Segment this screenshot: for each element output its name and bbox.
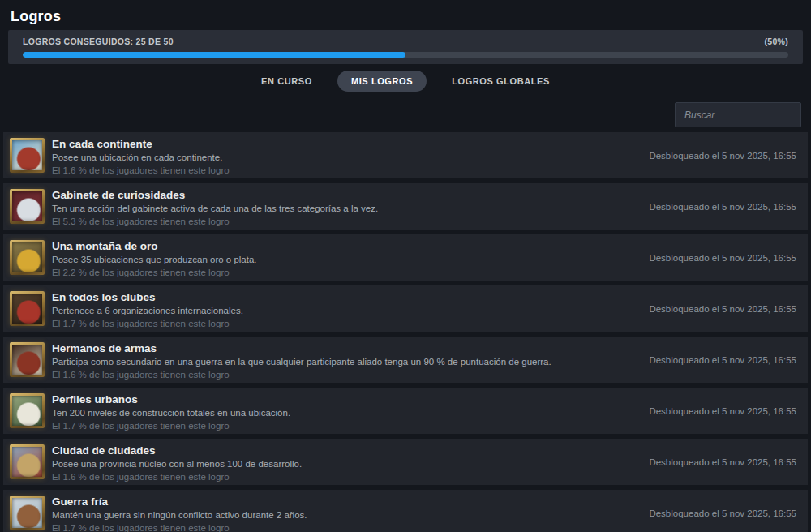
- achievement-description: Posee una ubicación en cada continente.: [52, 152, 621, 163]
- achievement-description: Ten 200 niveles de construcción totales …: [52, 408, 621, 418]
- achievement-rarity: El 1.7 % de los jugadores tienen este lo…: [52, 523, 621, 532]
- achievement-unlock-date: Desbloqueado el 5 nov 2025, 16:55: [649, 355, 796, 365]
- achievements-list: En cada continente Posee una ubicación e…: [3, 132, 808, 532]
- achievement-icon: [10, 291, 45, 326]
- achievement-row[interactable]: Gabinete de curiosidades Ten una acción …: [3, 183, 808, 230]
- achievement-row[interactable]: En todos los clubes Pertenece a 6 organi…: [3, 285, 808, 332]
- achievement-icon: [10, 393, 45, 428]
- explorer-ship-icon: [12, 140, 42, 170]
- tab-en-curso[interactable]: EN CURSO: [247, 71, 326, 92]
- city-scene-icon: [12, 447, 42, 477]
- achievement-icon: [10, 342, 45, 377]
- achievement-rarity: El 2.2 % de los jugadores tienen este lo…: [52, 268, 621, 278]
- winter-bird-icon: [12, 498, 42, 528]
- achievement-row[interactable]: Guerra fría Mantén una guerra sin ningún…: [3, 490, 808, 532]
- achievement-description: Pertenece a 6 organizaciones internacion…: [52, 306, 621, 316]
- achievement-title: Gabinete de curiosidades: [52, 189, 621, 202]
- achievement-description: Mantén una guerra sin ningún conflicto a…: [52, 510, 621, 521]
- achievement-icon: [10, 240, 45, 275]
- achievement-unlock-date: Desbloqueado el 5 nov 2025, 16:55: [649, 253, 796, 263]
- achievement-title: Guerra fría: [52, 496, 621, 508]
- achievement-rarity: El 1.6 % de los jugadores tienen este lo…: [52, 165, 621, 176]
- achievements-progress-panel: LOGROS CONSEGUIDOS: 25 DE 50 (50%): [8, 30, 803, 64]
- achievements-tab-bar: EN CURSOMIS LOGROSLOGROS GLOBALES: [0, 71, 811, 92]
- red-cap-figure-icon: [12, 294, 42, 324]
- achievement-row[interactable]: Hermanos de armas Participa como secunda…: [3, 337, 808, 383]
- tab-logros-globales[interactable]: LOGROS GLOBALES: [438, 71, 564, 92]
- progress-label: LOGROS CONSEGUIDOS: 25 DE 50: [23, 36, 174, 46]
- achievement-row[interactable]: Ciudad de ciudades Posee una provincia n…: [3, 439, 808, 485]
- achievement-title: Una montaña de oro: [52, 240, 621, 253]
- gold-pile-icon: [12, 242, 42, 272]
- achievement-title: En todos los clubes: [52, 291, 621, 304]
- achievement-title: Hermanos de armas: [52, 342, 621, 355]
- achievement-unlock-date: Desbloqueado el 5 nov 2025, 16:55: [649, 151, 796, 161]
- achievement-unlock-date: Desbloqueado el 5 nov 2025, 16:55: [649, 508, 796, 518]
- achievement-icon: [10, 138, 45, 173]
- achievement-row[interactable]: Perfiles urbanos Ten 200 niveles de cons…: [3, 388, 808, 434]
- progress-bar-track: [23, 52, 788, 58]
- achievement-icon: [10, 496, 45, 530]
- achievement-rarity: El 5.3 % de los jugadores tienen este lo…: [52, 217, 621, 227]
- tab-mis-logros[interactable]: MIS LOGROS: [337, 71, 427, 92]
- achievement-unlock-date: Desbloqueado el 5 nov 2025, 16:55: [649, 457, 796, 467]
- page-title: Logros: [11, 8, 61, 25]
- achievement-title: Ciudad de ciudades: [52, 444, 621, 457]
- achievement-description: Participa como secundario en una guerra …: [52, 357, 621, 367]
- achievement-row[interactable]: En cada continente Posee una ubicación e…: [3, 132, 808, 178]
- achievement-title: En cada continente: [52, 138, 621, 151]
- cabinet-dove-icon: [12, 191, 42, 221]
- progress-bar-fill: [23, 52, 406, 58]
- achievement-description: Posee una provincia núcleo con al menos …: [52, 459, 621, 470]
- search-input[interactable]: [675, 102, 801, 127]
- green-emblem-icon: [12, 396, 42, 426]
- achievement-title: Perfiles urbanos: [52, 393, 621, 406]
- achievement-unlock-date: Desbloqueado el 5 nov 2025, 16:55: [649, 202, 796, 212]
- achievement-rarity: El 1.7 % de los jugadores tienen este lo…: [52, 421, 621, 431]
- achievement-unlock-date: Desbloqueado el 5 nov 2025, 16:55: [649, 304, 796, 314]
- progress-percent: (50%): [764, 36, 788, 46]
- achievement-description: Posee 35 ubicaciones que produzcan oro o…: [52, 255, 621, 265]
- achievement-icon: [10, 189, 45, 224]
- achievement-row[interactable]: Una montaña de oro Posee 35 ubicaciones …: [3, 234, 808, 281]
- achievement-unlock-date: Desbloqueado el 5 nov 2025, 16:55: [649, 406, 796, 416]
- achievement-description: Ten una acción del gabinete activa de ca…: [52, 204, 621, 214]
- achievement-rarity: El 1.6 % de los jugadores tienen este lo…: [52, 370, 621, 380]
- clasped-arms-icon: [12, 345, 42, 375]
- achievement-icon: [10, 444, 45, 479]
- achievement-rarity: El 1.6 % de los jugadores tienen este lo…: [52, 472, 621, 483]
- achievement-rarity: El 1.7 % de los jugadores tienen este lo…: [52, 319, 621, 329]
